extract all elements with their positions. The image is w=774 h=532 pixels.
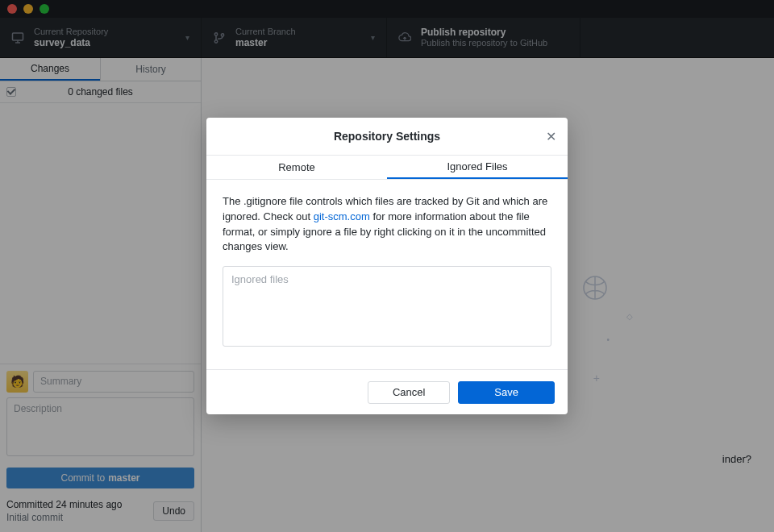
tab-remote[interactable]: Remote <box>206 156 387 179</box>
git-scm-link[interactable]: git-scm.com <box>314 210 370 222</box>
cancel-button[interactable]: Cancel <box>368 381 450 404</box>
modal-footer: Cancel Save <box>206 369 568 414</box>
repository-settings-modal: Repository Settings ✕ Remote Ignored Fil… <box>206 118 568 414</box>
tab-ignored-files[interactable]: Ignored Files <box>387 156 568 179</box>
modal-tabs: Remote Ignored Files <box>206 156 568 180</box>
save-button[interactable]: Save <box>458 381 555 404</box>
modal-overlay[interactable]: Repository Settings ✕ Remote Ignored Fil… <box>0 0 774 532</box>
modal-title: Repository Settings <box>334 130 440 143</box>
modal-header: Repository Settings ✕ <box>206 118 568 156</box>
close-icon[interactable]: ✕ <box>546 129 556 144</box>
ignored-files-textarea[interactable] <box>223 266 551 347</box>
modal-body: The .gitignore file controls which files… <box>206 180 568 369</box>
